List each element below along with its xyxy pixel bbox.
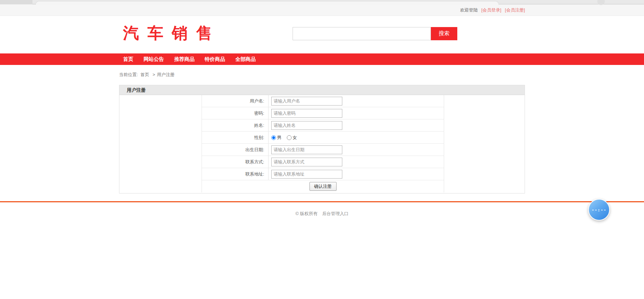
gender-radio-group: 男 女 bbox=[271, 135, 302, 141]
gender-label: 性别: bbox=[202, 132, 269, 143]
nav-item-home[interactable]: 首页 bbox=[123, 53, 133, 65]
site-header: 汽车销售 搜索 bbox=[0, 16, 644, 53]
name-input[interactable] bbox=[271, 121, 342, 130]
registration-box: 用户注册 用户名: 密码: bbox=[119, 85, 525, 193]
username-input[interactable] bbox=[271, 97, 342, 106]
registration-table: 用户名: 密码: 姓名: bbox=[202, 95, 444, 192]
floating-clock-widget[interactable]: --:-- bbox=[588, 199, 610, 221]
nav-item-specials[interactable]: 特价商品 bbox=[205, 53, 225, 65]
form-row-contact: 联系方式: bbox=[202, 156, 444, 168]
address-input[interactable] bbox=[271, 170, 342, 179]
copyright-text: © 版权所有 bbox=[296, 211, 318, 216]
member-login-link[interactable]: [会员登录] bbox=[481, 7, 501, 13]
form-row-submit: 确认注册 bbox=[202, 180, 444, 192]
name-label: 姓名: bbox=[202, 119, 269, 131]
nav-item-announcements[interactable]: 网站公告 bbox=[143, 53, 164, 65]
page: 欢迎登陆 [会员登录] [会员注册] 汽车销售 搜索 首页 网站公告 推荐商品 … bbox=[0, 0, 644, 299]
welcome-text: 欢迎登陆 bbox=[460, 7, 478, 13]
breadcrumb-current: 用户注册 bbox=[157, 72, 175, 77]
breadcrumb-separator: > bbox=[153, 72, 155, 77]
password-input[interactable] bbox=[271, 109, 342, 118]
gender-male-label: 男 bbox=[277, 135, 281, 141]
member-register-link[interactable]: [会员注册] bbox=[505, 7, 525, 13]
main-nav: 首页 网站公告 推荐商品 特价商品 全部商品 bbox=[0, 53, 644, 65]
breadcrumb: 当前位置: 首页 > 用户注册 bbox=[119, 65, 525, 85]
browser-chrome-corner bbox=[0, 0, 32, 4]
breadcrumb-prefix: 当前位置: bbox=[119, 72, 138, 77]
confirm-register-button[interactable]: 确认注册 bbox=[309, 182, 337, 191]
search-button[interactable]: 搜索 bbox=[431, 27, 457, 40]
birthdate-label: 出生日期: bbox=[202, 144, 269, 156]
gender-radio-male[interactable] bbox=[271, 135, 276, 140]
gender-radio-female[interactable] bbox=[287, 135, 292, 140]
gender-option-female[interactable]: 女 bbox=[287, 135, 297, 141]
site-logo: 汽车销售 bbox=[123, 22, 221, 44]
gender-female-label: 女 bbox=[293, 135, 297, 141]
form-row-address: 联系地址: bbox=[202, 168, 444, 180]
form-row-username: 用户名: bbox=[202, 95, 444, 107]
birthdate-input[interactable] bbox=[271, 145, 342, 154]
address-label: 联系地址: bbox=[202, 168, 269, 180]
search-area: 搜索 bbox=[293, 27, 457, 40]
contact-label: 联系方式: bbox=[202, 156, 269, 168]
breadcrumb-home-link[interactable]: 首页 bbox=[140, 72, 149, 77]
browser-avatar-circle bbox=[597, 0, 605, 5]
admin-entry-link[interactable]: 后台管理入口 bbox=[322, 211, 348, 216]
search-input[interactable] bbox=[293, 27, 431, 40]
username-label: 用户名: bbox=[202, 95, 269, 107]
nav-item-all-products[interactable]: 全部商品 bbox=[235, 53, 256, 65]
contact-input[interactable] bbox=[271, 158, 342, 166]
browser-chrome-strip bbox=[0, 0, 644, 4]
site-footer: © 版权所有 后台管理入口 bbox=[0, 202, 644, 217]
password-label: 密码: bbox=[202, 107, 269, 119]
form-row-password: 密码: bbox=[202, 107, 444, 119]
nav-item-recommended[interactable]: 推荐商品 bbox=[174, 53, 194, 65]
form-row-name: 姓名: bbox=[202, 119, 444, 132]
form-row-birthdate: 出生日期: bbox=[202, 144, 444, 156]
welcome-bar: 欢迎登陆 [会员登录] [会员注册] bbox=[0, 4, 644, 16]
clock-time-display: --:-- bbox=[592, 207, 606, 212]
gender-option-male[interactable]: 男 bbox=[271, 135, 281, 141]
registration-form: 用户名: 密码: 姓名: bbox=[119, 95, 525, 193]
registration-title: 用户注册 bbox=[119, 85, 525, 95]
form-row-gender: 性别: 男 女 bbox=[202, 132, 444, 144]
